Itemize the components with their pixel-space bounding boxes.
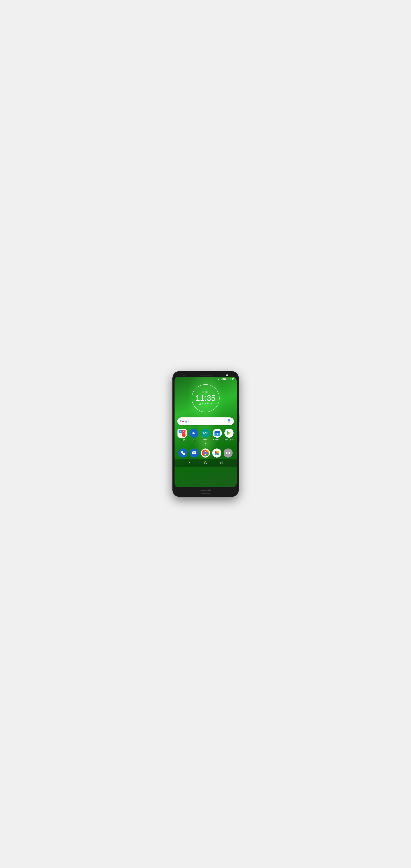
google-o-yellow: o <box>184 420 185 423</box>
phone-bottom: motorola <box>175 487 237 495</box>
maps-mini-icon <box>179 433 182 437</box>
camera-app-icon <box>224 448 233 458</box>
google-logo-text: Google <box>180 420 189 423</box>
signal-icon <box>220 378 223 380</box>
flash-dot <box>226 374 228 376</box>
photos-app-icon <box>212 448 221 458</box>
recents-button[interactable] <box>219 460 224 465</box>
playstore-icon <box>225 429 234 438</box>
google-g2-blue: g <box>185 420 187 423</box>
google-o-red: o <box>182 420 184 423</box>
svg-rect-15 <box>193 432 194 434</box>
app-item-playstore[interactable]: Play Store <box>224 429 234 441</box>
status-time: 11:35 <box>228 378 234 380</box>
svg-point-17 <box>201 429 210 438</box>
mic-icon-svg <box>227 419 231 423</box>
phone-app-icon <box>178 448 187 458</box>
back-button[interactable] <box>187 460 192 465</box>
google-folder-icon: G M <box>177 429 186 438</box>
svg-rect-9 <box>228 419 230 422</box>
svg-rect-37 <box>221 462 223 464</box>
status-icons: 11:35 <box>217 378 234 380</box>
volume-down-button[interactable] <box>239 432 239 442</box>
google-mini-icon: G <box>179 430 182 433</box>
phone-top-bar <box>175 373 237 377</box>
home-icon <box>204 461 207 464</box>
app-label-calendar: Calendar <box>213 439 221 441</box>
calendar-icon-svg: 3 <box>213 429 222 438</box>
svg-rect-8 <box>224 378 226 380</box>
messages-icon-svg <box>192 451 197 456</box>
calendar-icon: 3 <box>213 429 222 438</box>
front-camera <box>183 374 185 376</box>
app-drawer-hint[interactable]: ⌃ <box>175 443 237 446</box>
duo-icon-svg <box>191 431 196 436</box>
moto-icon-svg <box>201 429 210 438</box>
wifi-icon <box>217 378 219 380</box>
app-label-playstore: Play Store <box>225 439 233 441</box>
app-item-moto[interactable]: Moto <box>200 429 211 441</box>
svg-rect-7 <box>226 379 227 379</box>
back-icon <box>188 461 191 464</box>
youtube-mini-icon <box>182 433 185 437</box>
chrome-app-icon <box>201 448 210 458</box>
google-g-blue: G <box>180 420 182 423</box>
svg-rect-4 <box>222 378 222 380</box>
motorola-brand-text: motorola <box>199 489 212 492</box>
google-search-bar[interactable]: Google <box>177 417 234 425</box>
recents-icon <box>220 461 223 464</box>
app-item-calendar[interactable]: 3 Calendar <box>212 429 223 441</box>
camera-icon-svg <box>226 451 231 456</box>
google-e-red: e <box>187 420 189 423</box>
phone-icon-svg <box>180 451 185 456</box>
dock-item-phone[interactable] <box>178 448 187 458</box>
clock-date: APR 3 TUE <box>199 403 212 406</box>
status-bar: 11:35 <box>175 377 237 381</box>
svg-rect-3 <box>221 379 222 380</box>
duo-icon <box>189 429 198 438</box>
svg-marker-13 <box>184 435 184 435</box>
clock-circle: ☀ 73° 11:35 APR 3 TUE <box>192 384 219 412</box>
dock-item-camera[interactable] <box>224 448 233 458</box>
app-label-duo: Duo <box>192 439 196 441</box>
playstore-icon-svg <box>225 429 234 438</box>
home-button-nav[interactable] <box>203 460 208 465</box>
svg-point-12 <box>180 434 180 435</box>
nav-bar <box>175 459 237 467</box>
battery-icon <box>224 378 227 380</box>
app-item-duo[interactable]: Duo <box>188 429 199 441</box>
dock <box>175 447 237 459</box>
app-item-google[interactable]: G M <box>177 429 187 441</box>
svg-rect-2 <box>220 379 221 380</box>
phone-device: 11:35 ☀ 73° 11:35 APR 3 TUE Google <box>172 371 239 497</box>
app-label-moto: Moto <box>203 439 207 441</box>
mic-button[interactable] <box>227 419 231 423</box>
svg-point-31 <box>204 452 207 455</box>
dock-item-chrome[interactable] <box>201 448 210 458</box>
screen-wrapper: 11:35 ☀ 73° 11:35 APR 3 TUE Google <box>175 377 237 487</box>
svg-point-36 <box>204 462 207 464</box>
svg-point-34 <box>228 453 229 454</box>
svg-marker-27 <box>192 454 194 455</box>
home-screen: 11:35 ☀ 73° 11:35 APR 3 TUE Google <box>175 377 237 487</box>
physical-home-button[interactable] <box>201 493 210 494</box>
chrome-icon-svg <box>201 448 210 458</box>
app-label-google: Google <box>179 439 185 441</box>
dock-item-photos[interactable] <box>212 448 221 458</box>
clock-widget: ☀ 73° 11:35 APR 3 TUE <box>175 384 237 412</box>
moto-icon <box>201 429 210 438</box>
messages-app-icon <box>190 448 199 458</box>
photos-icon-svg <box>212 448 221 458</box>
dock-item-messages[interactable] <box>190 448 199 458</box>
maps-mini-svg <box>179 434 181 436</box>
svg-rect-5 <box>222 378 223 380</box>
drawer-chevron-icon: ⌃ <box>205 443 207 446</box>
weather-display: ☀ 73° <box>203 391 208 393</box>
svg-text:3: 3 <box>216 433 218 435</box>
svg-marker-35 <box>189 462 190 464</box>
volume-up-button[interactable] <box>239 415 239 422</box>
clock-time: 11:35 <box>196 394 215 402</box>
speaker <box>200 375 211 376</box>
gmail-mini-icon: M <box>182 430 185 433</box>
youtube-mini-svg <box>183 434 185 436</box>
